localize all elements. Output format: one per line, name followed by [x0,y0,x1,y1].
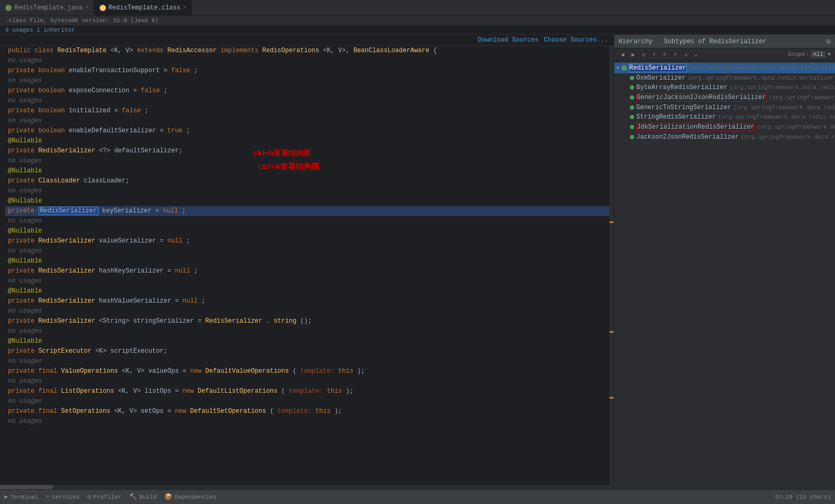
tree-dot-jdk [630,125,634,129]
tree-item-root[interactable]: ▼ RedisSerializer (org.springframework.d… [614,63,835,73]
scope-dropdown[interactable]: All [811,51,826,58]
class-file-icon [100,5,106,11]
dependencies-icon: 📦 [164,493,172,501]
toolbar-btn-3[interactable]: ⬆ [650,50,658,59]
hierarchy-panel: Hierarchy Subtypes of RedisSerializer ⚙ … [614,35,835,489]
build-icon: 🔨 [129,493,137,501]
tree-item-jdk[interactable]: JdkSerializationRedisSerializer (org.spr… [614,122,835,132]
tree-dot-root [622,65,627,71]
scope-label: Scope: [788,51,809,57]
toolbar-btn-6[interactable]: ↗ [682,50,690,59]
toolbar-btn-2[interactable]: ▶ [629,50,637,59]
code-line-comment-3: no usages [0,96,614,106]
tree-class-jackson: Jackson2JsonRedisSerializer [636,133,739,141]
status-dependencies[interactable]: 📦 Dependencies [164,493,216,501]
profiler-label: Profiler [93,494,121,500]
code-line-8[interactable]: private RedisSerializer valueSerializer … [0,236,614,246]
annotation-popup: ctrl+h查看结构图 [253,148,310,158]
code-line-1[interactable]: private boolean enableTransactionSupport… [0,66,614,76]
usage-bar: 9 usages 1 inheritor [0,26,835,35]
code-line-annotation-6: @Nullable [0,286,614,296]
tree-item-jackson[interactable]: Jackson2JsonRedisSerializer (org.springf… [614,132,835,142]
usage-text: 9 usages 1 inheritor [5,27,75,33]
editor-area: Download Sources Choose Sources... publi… [0,35,614,489]
toolbar-btn-refresh[interactable]: ↺ [639,50,648,59]
code-line-12[interactable]: private ScriptExecutor <K> scriptExecuto… [0,346,614,356]
toolbar-btn-7[interactable]: ↙ [692,50,701,59]
status-terminal[interactable]: ▶ Terminal [4,493,38,501]
hierarchy-tree[interactable]: ▼ RedisSerializer (org.springframework.d… [614,61,835,489]
code-line-annotation-7: @Nullable [0,336,614,346]
tab-class-close[interactable]: × [183,5,186,11]
status-services[interactable]: ⚡ Services [46,493,80,501]
code-line-annotation-1: @Nullable [0,136,614,146]
tab-redis-template-class[interactable]: RedisTemplate.class × [94,0,192,16]
code-scroll[interactable]: public class RedisTemplate <K, V> extend… [0,46,614,485]
code-line-4[interactable]: private boolean enableDefaultSerializer … [0,126,614,136]
code-line-3[interactable]: private boolean initialized = false ; [0,106,614,116]
highlighted-class-ref: RedisSerializer [38,207,99,215]
tab-redis-template-java[interactable]: RedisTemplate.java × [0,0,94,16]
file-info-bar: .class file, bytecode version: 52.0 (Jav… [0,16,835,26]
terminal-icon: ▶ [4,493,8,501]
code-line-comment-2: no usages [0,76,614,86]
code-line-13[interactable]: private final ValueOperations <K, V> val… [0,366,614,376]
line-gutter [0,46,5,56]
tree-class-generictostring: GenericToStringSerializer [636,104,731,111]
tree-dot-bytearray [630,85,634,90]
code-line-comment-12: no usages [0,356,614,366]
tree-dot-generictostring [630,105,634,110]
services-icon: ⚡ [46,493,50,501]
code-line-9[interactable]: private RedisSerializer hashKeySerialize… [0,266,614,276]
scope-chevron[interactable]: ▼ [828,52,831,57]
code-line-class-decl[interactable]: public class RedisTemplate <K, V> extend… [0,46,614,56]
tree-class-oxm: OxmSerializer [636,74,686,82]
tree-dot-genericjackson [630,95,634,100]
status-build[interactable]: 🔨 Build [129,493,157,501]
code-line-10[interactable]: private RedisSerializer hashValueSeriali… [0,296,614,306]
tree-item-oxm[interactable]: OxmSerializer (org.springframework.data.… [614,73,835,83]
code-line-comment-14: no usages [0,396,614,406]
tree-item-generictostring[interactable]: GenericToStringSerializer (org.springfra… [614,103,835,112]
tree-arrow-jackson [625,134,628,140]
code-line-7-highlighted[interactable]: private RedisSerializer keySerializer = … [0,206,614,216]
scrollbar-thumb[interactable] [0,485,53,489]
cursor-position: 57:29 (15 chars) [775,494,831,500]
main-area: Download Sources Choose Sources... publi… [0,35,835,489]
choose-sources-link[interactable]: Choose Sources... [544,36,608,44]
tree-class-bytearray: ByteArrayRedisSerializer [636,84,727,91]
tree-class-string: StringRedisSerializer [636,113,716,121]
code-line-annotation-3: @Nullable [0,196,614,206]
toolbar-btn-5[interactable]: ⬇ [671,50,679,59]
tree-class-redis-serializer: RedisSerializer [629,64,687,72]
code-line-comment-1: no usages [0,56,614,66]
tree-item-genericjackson[interactable]: GenericJackson2JsonRedisSerializer (org.… [614,92,835,103]
code-line-comment-4: no usages [0,116,614,126]
hierarchy-toolbar: ◀ ▶ ↺ ⬆ ≡ ⬇ ↗ ↙ Scope: All ▼ [614,49,835,61]
code-line-11[interactable]: private RedisSerializer <String> stringS… [0,316,614,326]
toolbar-btn-1[interactable]: ◀ [618,50,627,59]
code-line-annotation-5: @Nullable [0,256,614,266]
hierarchy-header: Hierarchy Subtypes of RedisSerializer ⚙ [614,35,835,49]
tree-package-oxm: (org.springframework.data.redis.serializ… [688,75,835,81]
code-line-comment-9: no usages [0,276,614,286]
tab-java-label: RedisTemplate.java [14,4,83,12]
line-text-comment-1: no usages [5,56,614,66]
tree-package-genericjackson: (org.springframework.data.redis.seria... [769,94,835,101]
code-line-6[interactable]: private ClassLoader classLoader; [0,176,614,186]
code-line-14[interactable]: private final ListOperations <K, V> list… [0,386,614,396]
toolbar-btn-4[interactable]: ≡ [661,50,669,59]
tree-item-bytearray[interactable]: ByteArrayRedisSerializer (org.springfram… [614,83,835,92]
code-line-15[interactable]: private final SetOperations <K, V> setOp… [0,406,614,416]
code-line-2[interactable]: private boolean exposeConnection = false… [0,86,614,96]
horizontal-scrollbar[interactable] [0,485,614,489]
tree-item-string[interactable]: StringRedisSerializer (org.springframewo… [614,112,835,122]
tab-java-close[interactable]: × [85,5,89,11]
download-sources-link[interactable]: Download Sources [478,36,538,44]
code-area: public class RedisTemplate <K, V> extend… [0,46,614,427]
settings-icon[interactable]: ⚙ [827,37,831,46]
status-profiler[interactable]: ◎ Profiler [88,493,121,501]
terminal-label: Terminal [10,494,38,500]
code-line-comment-15: no usages [0,416,614,427]
editor-top-bar: Download Sources Choose Sources... [0,35,614,46]
